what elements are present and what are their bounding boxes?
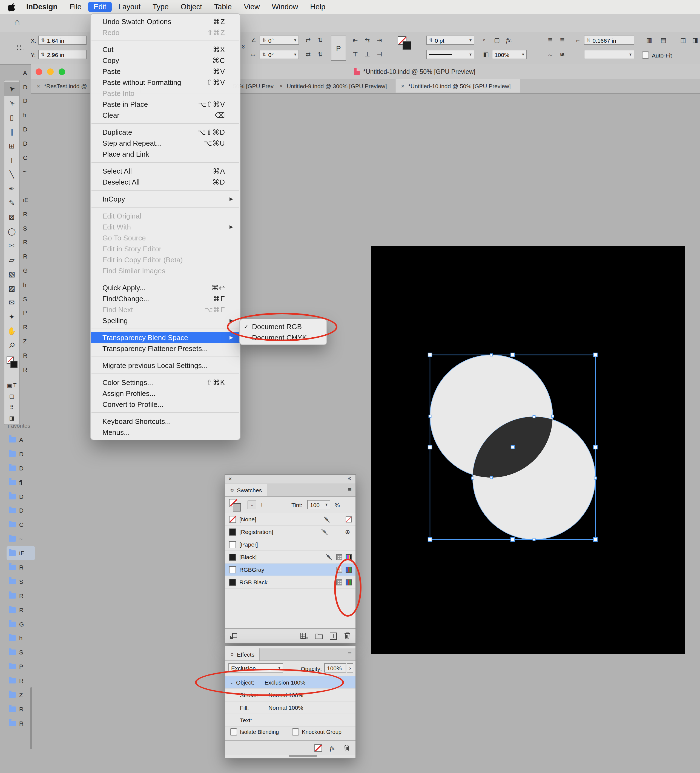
corner-radius-field[interactable]: ⇅0.1667 in <box>584 36 634 45</box>
ellipse-tool[interactable]: ◯ <box>4 224 19 238</box>
rotation-field[interactable]: ⇅0° ▾ <box>260 36 299 45</box>
direct-selection-tool[interactable]: ➢ <box>4 96 19 110</box>
disclosure-icon[interactable]: ⌄ <box>229 679 236 685</box>
text-format-icon[interactable]: T <box>258 500 266 508</box>
menu-item[interactable]: Convert to Profile... <box>91 399 240 410</box>
submenu-item[interactable]: Document CMYK <box>240 332 326 343</box>
menu-item[interactable]: Edit With ▶ <box>91 221 240 232</box>
gap-tool[interactable]: ∥ <box>4 124 19 138</box>
swatch-row[interactable]: [Black] <box>225 551 356 564</box>
menu-item[interactable]: Find Similar Images <box>91 265 240 276</box>
finder-filename-fragment[interactable]: D <box>23 137 37 151</box>
menubar-item[interactable]: Table <box>209 2 237 12</box>
finder-sidebar-item[interactable]: h <box>7 631 35 645</box>
opacity-stepper-icon[interactable]: › <box>347 663 353 673</box>
swatch-row[interactable]: [Registration] <box>225 526 356 538</box>
clear-effects-icon[interactable] <box>315 744 322 752</box>
finder-filename-fragment[interactable] <box>23 179 37 193</box>
finder-sidebar-item[interactable]: G <box>7 617 35 631</box>
dropdown-icon[interactable]: ▾ <box>469 52 472 57</box>
toolbar-fill-stroke[interactable] <box>5 355 18 380</box>
finder-filename-fragment[interactable]: S <box>23 221 37 235</box>
zoom-tool[interactable]: ⚲ <box>4 338 19 352</box>
dropdown-icon[interactable]: ▾ <box>294 52 296 57</box>
stroke-weight-field[interactable]: ⇅0 pt ▾ <box>426 36 474 45</box>
rotate-cw-icon[interactable]: ⇄ <box>306 51 311 58</box>
finder-filename-fragment[interactable]: D <box>23 122 37 137</box>
new-swatch-icon[interactable] <box>330 632 337 640</box>
tab-swatches[interactable]: ≎ Swatches <box>225 484 267 496</box>
finder-filename-fragment[interactable]: fi <box>23 108 37 122</box>
delete-effect-icon[interactable] <box>343 744 350 752</box>
align-top-icon[interactable]: ⊤ <box>353 51 358 58</box>
constrain-proportions-icon[interactable]: ∞ <box>240 44 247 49</box>
effects-square-icon[interactable]: ▫ <box>483 37 485 43</box>
collapse-panel-icon[interactable]: « <box>348 475 351 481</box>
autofit-checkbox[interactable] <box>642 51 649 59</box>
menubar-item[interactable]: Window <box>266 2 303 12</box>
content-collector-tool[interactable]: ⊞ <box>4 138 19 153</box>
align-center-icon[interactable]: ⇆ <box>365 37 370 44</box>
finder-filename-fragment[interactable]: R <box>23 348 37 363</box>
stepper-icon[interactable]: ⇅ <box>41 38 44 43</box>
wrap-options-icon[interactable]: ≂ <box>548 51 553 58</box>
dropdown-icon[interactable]: ▾ <box>629 52 631 57</box>
finder-filename-fragment[interactable]: R <box>23 320 37 334</box>
corner-options-icon[interactable]: ⌐ <box>576 37 580 43</box>
menu-item[interactable] <box>91 373 239 374</box>
menu-item[interactable] <box>91 162 239 163</box>
finder-scrollbar[interactable] <box>30 687 32 749</box>
menu-item[interactable]: Quick Apply... ⌘↩ <box>91 282 240 293</box>
menu-item[interactable]: Spelling ▶ <box>91 315 240 326</box>
menu-item[interactable]: Select All ⌘A <box>91 165 240 176</box>
stroke-style-field[interactable]: ▾ <box>426 50 474 59</box>
hand-tool[interactable]: ✋ <box>4 324 19 338</box>
menu-item[interactable] <box>91 329 239 329</box>
menu-item[interactable]: InCopy ▶ <box>91 193 240 204</box>
menu-item[interactable] <box>91 357 239 357</box>
menu-item[interactable]: Duplicate ⌥⇧⌘D <box>91 127 240 137</box>
menubar-item[interactable]: Type <box>147 2 174 12</box>
gradient-swatch-tool[interactable]: ▧ <box>4 267 19 281</box>
menu-item[interactable] <box>91 412 239 413</box>
menu-item[interactable]: Keyboard Shortcuts... <box>91 416 240 427</box>
y-position-field[interactable]: ⇅ 2.96 in <box>38 50 87 59</box>
menu-item[interactable]: Deselect All ⌘D <box>91 176 240 187</box>
finder-sidebar-item[interactable]: iE <box>7 546 35 560</box>
menu-item[interactable]: Find/Change... ⌘F <box>91 293 240 304</box>
text-format-icon[interactable]: T <box>13 382 16 388</box>
zoom-window-button[interactable] <box>59 69 65 75</box>
x-position-field[interactable]: ⇅ 1.64 in <box>38 36 87 45</box>
reference-point-proxy[interactable] <box>15 44 23 52</box>
fx-icon[interactable]: fx. <box>330 745 336 751</box>
finder-filename-fragment[interactable]: R <box>23 362 37 377</box>
container-format-icon[interactable]: ▣ <box>7 382 12 388</box>
menubar-item[interactable]: Layout <box>113 2 146 12</box>
close-window-button[interactable] <box>36 69 42 75</box>
menubar-item[interactable]: File <box>64 2 87 12</box>
dropdown-icon[interactable]: ▾ <box>294 38 296 43</box>
dropdown-icon[interactable]: ▾ <box>469 38 472 43</box>
text-wrap-none-icon[interactable]: ≣ <box>548 37 553 44</box>
type-tool[interactable]: T <box>4 153 19 167</box>
close-tab-icon[interactable]: × <box>401 82 405 89</box>
stroke-color-box[interactable] <box>403 41 411 50</box>
menu-item[interactable]: Redo ⇧⌘Z <box>91 27 240 38</box>
finder-sidebar-item[interactable]: fi <box>7 475 35 489</box>
menu-item[interactable]: Go To Source <box>91 232 240 243</box>
menu-item[interactable]: Paste in Place ⌥⇧⌘V <box>91 99 240 110</box>
menu-item[interactable]: Transparency Blend Space ▶ <box>91 332 240 343</box>
menu-item[interactable]: Migrate previous Local Settings... <box>91 360 240 371</box>
menubar-item[interactable]: View <box>238 2 265 12</box>
finder-sidebar-item[interactable]: D <box>7 503 35 518</box>
color-theme-tool[interactable]: ✦ <box>4 309 19 324</box>
finder-sidebar-item[interactable]: R <box>7 674 35 688</box>
menubar-item[interactable]: InDesign <box>21 2 63 12</box>
effects-target-row[interactable]: ⌄ Object: Exclusion 100% <box>225 676 356 689</box>
pen-tool[interactable]: ✒ <box>4 181 19 196</box>
selection-center-point[interactable] <box>511 446 514 449</box>
dropdown-icon[interactable]: ▾ <box>278 665 280 670</box>
menu-item[interactable]: Color Settings... ⇧⌘K <box>91 377 240 388</box>
finder-filename-fragment[interactable]: Z <box>23 334 37 348</box>
apply-gradient-button[interactable]: ⠿ <box>4 401 19 412</box>
